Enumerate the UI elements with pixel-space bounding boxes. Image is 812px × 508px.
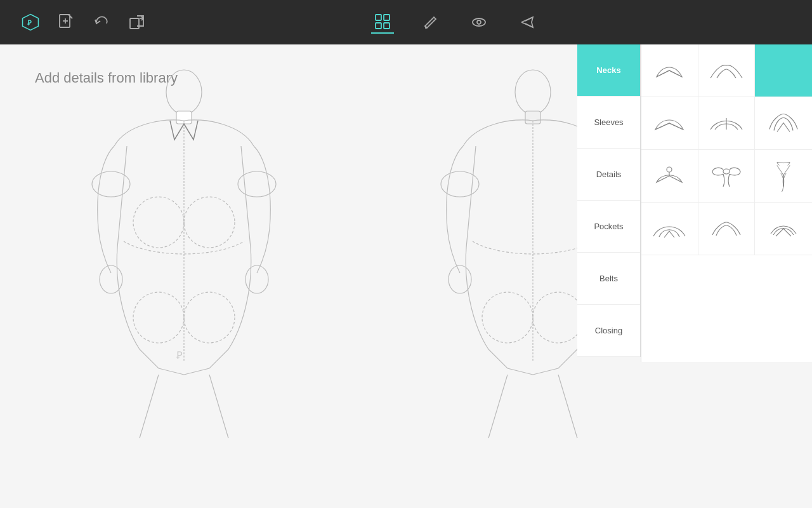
- svg-text:Ꝑ: Ꝑ: [27, 19, 32, 27]
- svg-rect-5: [130, 18, 139, 29]
- collar-cell-9[interactable]: [755, 150, 812, 202]
- svg-point-37: [533, 292, 584, 343]
- collar-cell-7[interactable]: [641, 150, 698, 202]
- collar-cell-12[interactable]: [755, 203, 812, 255]
- send-button[interactable]: [516, 11, 539, 34]
- svg-point-44: [667, 167, 672, 172]
- svg-point-15: [477, 20, 481, 24]
- undo-button[interactable]: [90, 11, 113, 34]
- svg-text:Ꝑ: Ꝑ: [176, 350, 183, 361]
- svg-rect-9: [376, 15, 381, 20]
- svg-point-46: [723, 169, 730, 174]
- svg-line-41: [488, 375, 508, 438]
- share-button[interactable]: [126, 11, 148, 34]
- svg-rect-10: [384, 15, 390, 20]
- svg-point-25: [184, 292, 235, 343]
- collar-cell-5[interactable]: [698, 97, 756, 149]
- sidebar-item-necks[interactable]: Necks: [577, 44, 640, 97]
- toolbar: Ꝑ: [0, 0, 812, 44]
- grid-row-4: [641, 203, 812, 255]
- svg-point-28: [238, 171, 276, 197]
- collar-cell-6[interactable]: [755, 97, 812, 149]
- svg-rect-11: [376, 23, 381, 29]
- svg-point-38: [441, 171, 479, 197]
- collar-cell-4[interactable]: [641, 97, 698, 149]
- grid-row-3: [641, 150, 812, 203]
- brand-icon[interactable]: Ꝑ: [19, 11, 42, 34]
- svg-point-24: [133, 292, 184, 343]
- svg-point-32: [515, 70, 551, 114]
- edit-button[interactable]: [419, 11, 442, 34]
- svg-point-18: [166, 70, 202, 114]
- sidebar-item-pockets[interactable]: Pockets: [577, 201, 640, 253]
- toolbar-center: [371, 11, 539, 34]
- collar-cell-1[interactable]: [641, 44, 698, 97]
- svg-rect-12: [384, 23, 390, 29]
- svg-line-31: [209, 375, 228, 438]
- grid-panel: [641, 44, 812, 362]
- collar-cell-10[interactable]: [641, 203, 698, 255]
- svg-point-36: [482, 292, 533, 343]
- svg-line-42: [558, 375, 577, 438]
- svg-line-30: [140, 375, 159, 438]
- sidebar-item-closing[interactable]: Closing: [577, 305, 640, 357]
- collar-cell-3[interactable]: [755, 44, 812, 97]
- svg-point-14: [473, 18, 485, 26]
- preview-button[interactable]: [468, 11, 490, 34]
- svg-point-22: [133, 197, 184, 248]
- sidebar-item-sleeves[interactable]: Sleeves: [577, 97, 640, 149]
- svg-point-23: [184, 197, 235, 248]
- grid-layout-button[interactable]: [371, 11, 394, 34]
- figure-front: Ꝑ: [76, 64, 292, 444]
- grid-row-2: [641, 97, 812, 150]
- sidebar-panel: Necks Sleeves Details Pockets Belts Clos…: [577, 44, 641, 357]
- collar-cell-2[interactable]: [698, 44, 756, 97]
- new-file-button[interactable]: [55, 11, 77, 34]
- collar-cell-11[interactable]: [698, 203, 756, 255]
- toolbar-left: Ꝑ: [19, 11, 148, 34]
- svg-point-27: [92, 171, 130, 197]
- grid-row-1: [641, 44, 812, 97]
- sidebar-item-details[interactable]: Details: [577, 149, 640, 201]
- sidebar-item-belts[interactable]: Belts: [577, 253, 640, 305]
- collar-cell-8[interactable]: [698, 150, 756, 202]
